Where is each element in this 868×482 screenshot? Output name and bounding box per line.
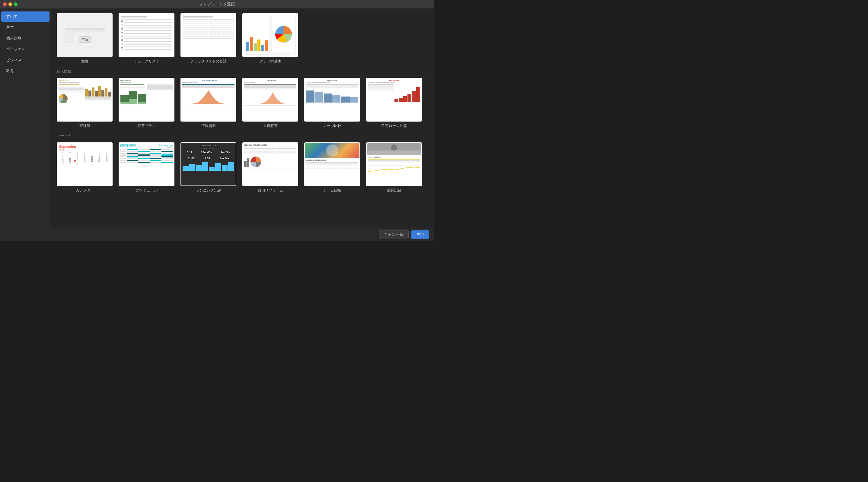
- template-thumb-retirement: LOREM IPSUM Lorem ipsum dolor sit amet: [242, 78, 298, 122]
- template-item-schedule[interactable]: Mon-Fri Jun-Aug Lorem Ipsum Fall 2014: [119, 142, 175, 193]
- window-title: テンプレートを選択: [199, 1, 235, 7]
- sidebar-item-all[interactable]: すべて: [1, 11, 50, 22]
- select-button[interactable]: 選択: [411, 230, 429, 239]
- template-thumb-remodel: REMODEL - PROJECT BUDGET Footer: [242, 142, 298, 186]
- template-label-checklist: チェックリスト: [134, 59, 159, 64]
- template-thumb-schedule: Mon-Fri Jun-Aug Lorem Ipsum Fall 2014: [119, 142, 175, 186]
- template-thumb-savings: LOREM IPSUM Lorem ipsum dolor sit amet: [119, 78, 175, 122]
- template-label-team: チーム編成: [323, 188, 341, 193]
- template-label-household: 家計簿: [80, 123, 90, 128]
- template-label-loan-compare: ローン比較: [323, 123, 341, 128]
- personal-template-grid: September 2014 SMTWTFS 123456 7891011121…: [57, 142, 428, 193]
- template-label-checklist-sum: チェックリストの合計: [190, 59, 227, 64]
- sidebar-item-personal[interactable]: パーソナル: [1, 44, 50, 54]
- template-label-growth: 成長記録: [387, 188, 401, 193]
- template-thumb-growth: Lorem Ipsum Dolor: [366, 142, 422, 186]
- sidebar-item-education[interactable]: 教育: [1, 66, 50, 76]
- sidebar: すべて 基本 個人財務 パーソナル ビジネス 教育: [0, 8, 51, 228]
- template-thumb-checklist-sum: [181, 13, 236, 57]
- template-label-retirement: 退職貯蓄: [263, 123, 278, 128]
- template-thumb-graph-basics: [242, 13, 298, 57]
- template-item-growth[interactable]: Lorem Ipsum Dolor: [366, 142, 422, 193]
- template-label-blank: 空白: [81, 59, 88, 64]
- template-thumb-blank: 空白: [57, 13, 113, 57]
- template-item-graph-basics[interactable]: グラフの基本: [242, 13, 298, 64]
- template-item-loan-compare[interactable]: Lorem Ipsum Lorem ipsum dolor sit amet c…: [304, 78, 360, 128]
- main-container: すべて 基本 個人財務 パーソナル ビジネス 教育: [0, 8, 434, 228]
- template-item-running[interactable]: Lorem Ipsum Dolor Mon Thu Fri Mon Tue 3.…: [181, 142, 236, 193]
- content-area: 空白 空白: [51, 8, 434, 228]
- minimize-button[interactable]: [8, 2, 12, 6]
- template-thumb-team: LOREM IPSUM DOLOR: [304, 142, 360, 186]
- template-label-running: ランニング記録: [196, 188, 221, 193]
- template-label-schedule: スケジュール: [136, 188, 158, 193]
- template-item-calendar[interactable]: September 2014 SMTWTFS 123456 7891011121…: [57, 142, 113, 193]
- template-thumb-mortgage: Lorem Ipsum Lorem ipsum dolor sit amet c…: [366, 78, 422, 122]
- personal-finance-template-grid: LOREM IPSUM Lorem ipsum dolor sit amet c…: [57, 78, 428, 128]
- template-item-retirement[interactable]: LOREM IPSUM Lorem ipsum dolor sit amet: [242, 78, 298, 128]
- template-label-net-assets: 正味資産: [201, 123, 216, 128]
- titlebar: テンプレートを選択: [0, 0, 434, 8]
- template-thumb-checklist: [119, 13, 175, 57]
- section-header-personal: パーソナル: [57, 133, 428, 140]
- template-item-blank[interactable]: 空白 空白: [57, 13, 113, 64]
- section-header-personal-finance: 個人財務: [57, 69, 428, 75]
- sidebar-item-business[interactable]: ビジネス: [1, 55, 50, 65]
- sidebar-item-basic[interactable]: 基本: [1, 22, 50, 33]
- traffic-lights: [3, 2, 18, 6]
- close-button[interactable]: [3, 2, 7, 6]
- template-item-savings[interactable]: LOREM IPSUM Lorem ipsum dolor sit amet: [119, 78, 175, 128]
- maximize-button[interactable]: [14, 2, 18, 6]
- template-thumb-running: Lorem Ipsum Dolor Mon Thu Fri Mon Tue 3.…: [181, 142, 236, 186]
- template-item-mortgage[interactable]: Lorem Ipsum Lorem ipsum dolor sit amet c…: [366, 78, 422, 128]
- cancel-button[interactable]: キャンセル: [379, 230, 409, 239]
- template-item-team[interactable]: LOREM IPSUM DOLOR チーム編成: [304, 142, 360, 193]
- basic-template-grid: 空白 空白: [57, 13, 428, 64]
- template-thumb-household: LOREM IPSUM Lorem ipsum dolor sit amet c…: [57, 78, 113, 122]
- template-label-savings: 貯蓄プラン: [137, 123, 156, 128]
- template-thumb-net-assets: LOREM IPSUM: DOLOR Lorem ipsum dolor sit…: [181, 78, 236, 122]
- template-item-checklist-sum[interactable]: チェックリストの合計: [181, 13, 236, 64]
- template-label-graph-basics: グラフの基本: [259, 59, 281, 64]
- footer: キャンセル 選択: [0, 228, 434, 241]
- template-label-calendar: カレンダー: [76, 188, 94, 193]
- template-thumb-loan-compare: Lorem Ipsum Lorem ipsum dolor sit amet c…: [304, 78, 360, 122]
- template-thumb-calendar: September 2014 SMTWTFS 123456 7891011121…: [57, 142, 113, 186]
- template-item-remodel[interactable]: REMODEL - PROJECT BUDGET Footer: [242, 142, 298, 193]
- template-label-remodel: 自宅リフォーム: [258, 188, 283, 193]
- sidebar-item-personal-finance[interactable]: 個人財務: [1, 33, 50, 43]
- template-item-household[interactable]: LOREM IPSUM Lorem ipsum dolor sit amet c…: [57, 78, 113, 128]
- template-item-net-assets[interactable]: LOREM IPSUM: DOLOR Lorem ipsum dolor sit…: [181, 78, 236, 128]
- template-label-mortgage: 住宅ローン計算: [381, 123, 407, 128]
- template-item-checklist[interactable]: チェックリスト: [119, 13, 175, 64]
